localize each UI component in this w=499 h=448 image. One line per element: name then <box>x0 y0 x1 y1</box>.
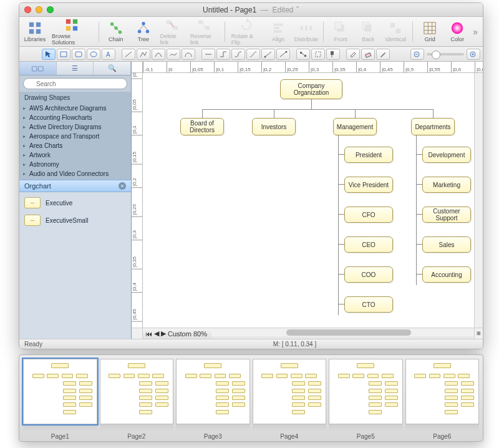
rotate-flip-button[interactable]: Rotate & Flip <box>231 18 261 46</box>
tree-item[interactable]: Active Directory Diagrams <box>19 122 131 132</box>
library-header[interactable]: Orgchart × <box>19 180 131 192</box>
color-button[interactable]: Color <box>447 21 468 42</box>
identical-button[interactable]: Identical <box>385 21 406 42</box>
vertical-scrollbar[interactable] <box>474 73 483 328</box>
browse-solutions-button[interactable]: Browse Solutions <box>52 18 92 46</box>
tree-item[interactable]: Audio and Video Connectors <box>19 169 131 178</box>
svg-rect-28 <box>300 26 303 30</box>
window-close-button[interactable] <box>24 6 31 13</box>
arc-tool[interactable] <box>152 49 165 60</box>
tree-item[interactable]: Astronomy <box>19 160 131 169</box>
node-dept[interactable]: Development <box>422 147 471 163</box>
svg-rect-30 <box>309 26 312 30</box>
node-mgmt[interactable]: CFO <box>344 207 393 223</box>
status-coordinates: M: [ 0.11, 0.34 ] <box>132 341 458 348</box>
tree-item[interactable]: AWS Architecture Diagrams <box>19 104 131 113</box>
node-mgmt[interactable]: CTO <box>344 296 393 313</box>
reverse-link-button[interactable]: Reverse link <box>190 18 218 46</box>
page-thumbnail[interactable]: Page5 <box>329 359 403 440</box>
node-level1[interactable]: Departments <box>411 118 455 135</box>
polyline-tool[interactable] <box>137 49 150 60</box>
eraser-tool[interactable] <box>361 49 375 60</box>
node-dept[interactable]: Marketing <box>422 177 471 193</box>
zoom-out-button[interactable] <box>410 49 424 60</box>
zoom-slider[interactable] <box>427 53 464 56</box>
node-level1[interactable]: Investors <box>252 118 296 135</box>
connector-tool-6[interactable] <box>276 49 290 60</box>
sidebar-tab-tree[interactable]: ☰ <box>57 62 94 75</box>
paint-tool[interactable] <box>326 49 340 60</box>
zoom-in-button[interactable] <box>467 49 480 60</box>
text-tool[interactable]: A <box>102 49 115 60</box>
first-page-button[interactable]: ⏮ <box>145 330 152 338</box>
horizontal-scrollbar[interactable] <box>211 328 474 336</box>
connector-tool-3[interactable] <box>231 49 245 60</box>
edit-points-tool[interactable] <box>296 49 310 60</box>
library-item-executive[interactable]: — Executive <box>23 196 127 210</box>
tree-item[interactable]: Artwork <box>19 150 131 160</box>
prev-page-button[interactable]: ◀ <box>154 329 159 338</box>
bezier-tool[interactable] <box>182 49 195 60</box>
node-level1[interactable]: Management <box>333 118 377 135</box>
node-mgmt[interactable]: COO <box>344 266 393 283</box>
delete-link-button[interactable]: Delete link <box>160 18 184 46</box>
page-thumbnail[interactable]: Page1 <box>23 359 97 440</box>
node-mgmt[interactable]: CEO <box>344 236 393 253</box>
align-button[interactable]: Align <box>268 21 289 42</box>
node-root[interactable]: Company Organization <box>280 79 342 99</box>
connector-tool-1[interactable] <box>201 49 215 60</box>
grid-corner-icon[interactable]: ⊞ <box>474 328 483 339</box>
tree-item[interactable]: Accounting Flowcharts <box>19 113 131 122</box>
title-dropdown-icon[interactable]: ˅ <box>296 6 299 14</box>
libraries-button[interactable]: Libraries <box>24 21 46 42</box>
sidebar-tab-search[interactable]: 🔍 <box>94 62 131 75</box>
pointer-tool[interactable] <box>42 49 56 60</box>
rounded-rect-tool[interactable] <box>72 49 85 60</box>
node-level1[interactable]: Board of Directors <box>180 118 224 135</box>
rect-tool[interactable] <box>57 49 70 60</box>
connector-tool-2[interactable] <box>216 49 230 60</box>
svg-point-50 <box>264 56 266 57</box>
library-close-icon[interactable]: × <box>119 182 126 190</box>
page-thumbnail[interactable]: Page3 <box>176 359 250 440</box>
svg-rect-26 <box>274 27 279 29</box>
grid-button[interactable]: Grid <box>419 21 440 42</box>
tree-button[interactable]: Tree <box>133 21 154 42</box>
horizontal-ruler: -0,1|0|0,05|0,1|0,15|0,2|0,25|0,3|0,35|0… <box>143 62 483 73</box>
ellipse-tool[interactable] <box>87 49 100 60</box>
window-zoom-button[interactable] <box>47 6 54 13</box>
canvas[interactable]: Company OrganizationBoard of DirectorsIn… <box>143 73 474 328</box>
crop-tool[interactable] <box>311 49 325 60</box>
back-button[interactable]: Back <box>357 21 379 42</box>
toolbar-overflow-icon[interactable]: » <box>473 27 478 37</box>
node-mgmt[interactable]: President <box>344 147 393 163</box>
connector-tool-4[interactable] <box>246 49 260 60</box>
node-dept[interactable]: Customer Support <box>422 207 471 223</box>
next-page-button[interactable]: ▶ <box>161 329 166 338</box>
spline-tool[interactable] <box>167 49 180 60</box>
document-state: Edited <box>273 6 294 14</box>
distribute-button[interactable]: Distribute <box>295 21 317 42</box>
node-dept[interactable]: Accounting <box>422 266 471 283</box>
node-dept[interactable]: Sales <box>422 236 471 253</box>
canvas-scroll[interactable]: Company OrganizationBoard of DirectorsIn… <box>143 73 474 328</box>
page-thumbnail[interactable]: Page4 <box>253 359 327 440</box>
connector-tool-5[interactable] <box>261 49 275 60</box>
node-mgmt[interactable]: Vice President <box>344 177 393 193</box>
tree-item[interactable]: Area Charts <box>19 141 131 150</box>
window-minimize-button[interactable] <box>36 6 42 13</box>
front-button[interactable]: Front <box>330 21 351 42</box>
pen-tool[interactable] <box>376 49 390 60</box>
page-thumbnail[interactable]: Page2 <box>100 359 174 440</box>
chain-button[interactable]: Chain <box>105 21 127 42</box>
line-tool[interactable] <box>122 49 135 60</box>
svg-point-52 <box>286 51 288 52</box>
eyedropper-tool[interactable] <box>346 49 360 60</box>
library-item-executive-small[interactable]: — ExecutiveSmall <box>23 213 127 227</box>
page-thumbnail[interactable]: Page6 <box>405 359 480 440</box>
search-input[interactable] <box>23 78 127 89</box>
sidebar-tab-libraries[interactable]: ▢▢ <box>19 62 57 75</box>
svg-rect-4 <box>66 19 70 23</box>
tree-item[interactable]: Aerospace and Transport <box>19 132 131 141</box>
zoom-select[interactable]: Custom 80% <box>168 330 207 338</box>
